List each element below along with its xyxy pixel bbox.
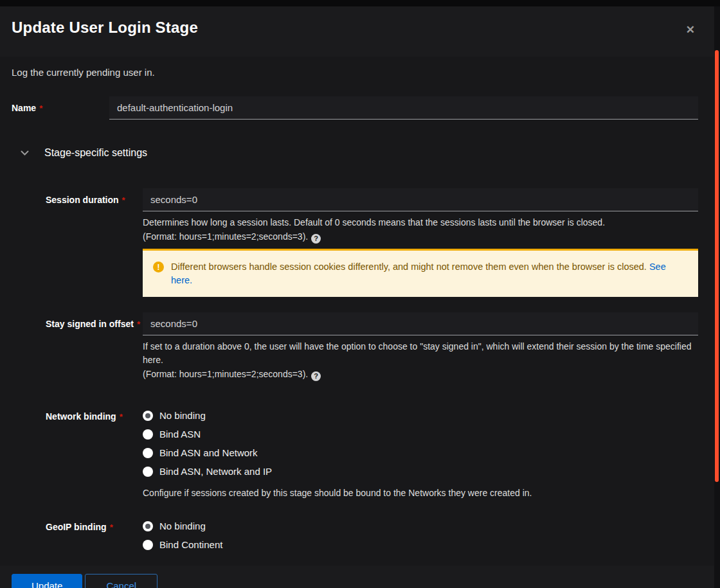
stay-signed-in-offset-input[interactable] xyxy=(143,312,698,335)
network-binding-row: Network binding* No binding Bind ASN xyxy=(46,410,698,500)
required-asterisk: * xyxy=(122,195,125,205)
session-cookie-warning-alert: ! Different browsers handle session cook… xyxy=(143,249,698,297)
radio-option-no-binding[interactable]: No binding xyxy=(143,410,698,422)
radio-icon[interactable] xyxy=(143,467,153,477)
session-duration-format-help: (Format: hours=1;minutes=2;seconds=3).? xyxy=(143,229,698,244)
network-binding-options: No binding Bind ASN Bind ASN and Network xyxy=(143,410,698,500)
name-control-col xyxy=(109,96,698,120)
radio-selected-icon[interactable] xyxy=(143,411,153,421)
close-icon[interactable]: ✕ xyxy=(686,24,695,35)
name-field-row: Name* xyxy=(12,96,698,120)
alert-text: Different browsers handle session cookie… xyxy=(171,260,688,287)
stay-signed-in-help: If set to a duration above 0, the user w… xyxy=(143,340,698,367)
modal-footer: Update Cancel xyxy=(0,566,714,588)
stay-signed-in-control-col: If set to a duration above 0, the user w… xyxy=(143,312,698,381)
session-duration-label: Session duration* xyxy=(46,195,125,205)
update-user-login-stage-modal: Update User Login Stage ✕ Log the curren… xyxy=(0,6,714,588)
chevron-down-icon xyxy=(14,150,35,156)
radio-option-bind-asn-network-ip[interactable]: Bind ASN, Network and IP xyxy=(143,466,698,477)
session-duration-help: Determines how long a session lasts. Def… xyxy=(143,216,698,229)
scrollbar-track[interactable] xyxy=(714,6,720,588)
radio-selected-icon[interactable] xyxy=(143,521,153,531)
radio-option-bind-asn[interactable]: Bind ASN xyxy=(143,429,698,440)
radio-icon[interactable] xyxy=(143,429,153,440)
radio-option-bind-asn-network[interactable]: Bind ASN and Network xyxy=(143,447,698,459)
geoip-binding-row: GeoIP binding* No binding Bind Continent xyxy=(46,521,698,558)
stay-signed-in-format-help: (Format: hours=1;minutes=2;seconds=3).? xyxy=(143,367,698,381)
radio-option-bind-continent[interactable]: Bind Continent xyxy=(143,539,698,551)
exclamation-circle-icon: ! xyxy=(153,262,164,272)
stage-specific-settings-toggle[interactable]: Stage-specific settings xyxy=(12,147,698,159)
session-duration-control-col: Determines how long a session lasts. Def… xyxy=(143,188,698,297)
modal-body: Log the currently pending user in. Name*… xyxy=(0,57,714,558)
radio-option-geoip-no-binding[interactable]: No binding xyxy=(143,521,698,532)
stay-signed-in-offset-row: Stay signed in offset* If set to a durat… xyxy=(46,312,698,381)
geoip-binding-label: GeoIP binding* xyxy=(46,522,113,532)
radio-icon[interactable] xyxy=(143,448,153,458)
name-label: Name* xyxy=(12,103,42,113)
group-title: Stage-specific settings xyxy=(44,147,147,159)
session-duration-row: Session duration* Determines how long a … xyxy=(46,188,698,297)
stay-signed-in-offset-label: Stay signed in offset* xyxy=(46,319,140,329)
name-input[interactable] xyxy=(109,96,698,120)
cancel-button[interactable]: Cancel xyxy=(85,574,158,588)
geoip-binding-label-col: GeoIP binding* xyxy=(46,521,143,558)
geoip-binding-options: No binding Bind Continent xyxy=(143,521,698,558)
page: Update User Login Stage ✕ Log the curren… xyxy=(0,0,720,588)
required-asterisk: * xyxy=(39,103,42,113)
network-binding-help: Configure if sessions created by this st… xyxy=(143,486,698,500)
backdrop-strip xyxy=(0,0,720,6)
required-asterisk: * xyxy=(120,412,123,422)
help-circle-icon[interactable]: ? xyxy=(311,234,321,244)
scrollbar-thumb[interactable] xyxy=(715,50,719,482)
radio-icon[interactable] xyxy=(143,540,153,550)
required-asterisk: * xyxy=(137,319,140,329)
name-label-col: Name* xyxy=(12,96,109,120)
session-duration-input[interactable] xyxy=(143,188,698,211)
modal-title: Update User Login Stage xyxy=(12,18,688,37)
network-binding-label-col: Network binding* xyxy=(46,410,143,500)
stage-description: Log the currently pending user in. xyxy=(12,67,698,78)
modal-header: Update User Login Stage ✕ xyxy=(0,6,714,57)
session-duration-label-col: Session duration* xyxy=(46,188,143,297)
network-binding-label: Network binding* xyxy=(46,411,123,422)
stage-specific-settings-content: Session duration* Determines how long a … xyxy=(46,188,698,558)
required-asterisk: * xyxy=(110,522,113,532)
stay-signed-in-label-col: Stay signed in offset* xyxy=(46,312,143,381)
update-button[interactable]: Update xyxy=(12,574,82,588)
help-circle-icon[interactable]: ? xyxy=(311,371,321,381)
